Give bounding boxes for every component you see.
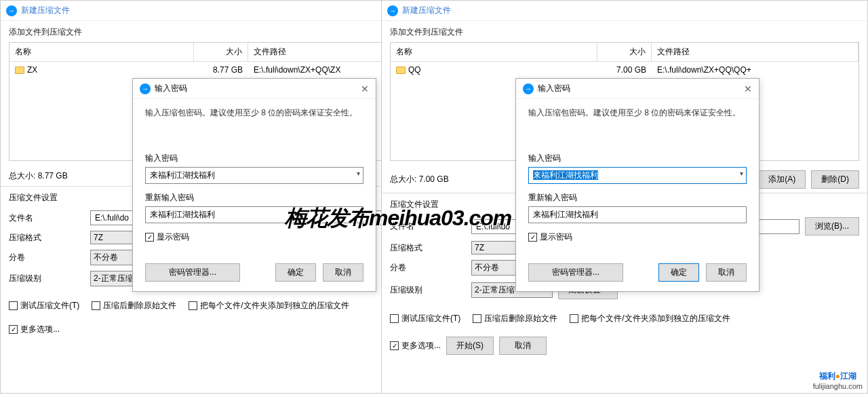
level-label: 压缩级别 <box>9 273 90 284</box>
password-confirm-label: 重新输入密码 <box>145 192 363 204</box>
password-manager-button[interactable]: 密码管理器... <box>145 263 240 282</box>
password-hint: 输入压缩包密码。建议使用至少 8 位的密码来保证安全性。 <box>145 107 363 119</box>
check-test[interactable]: 测试压缩文件(T) <box>390 313 460 324</box>
total-size: 总大小: 7.00 GB <box>390 174 449 185</box>
ok-button[interactable]: 确定 <box>275 263 316 282</box>
window-title: 新建压缩文件 <box>21 5 70 16</box>
check-delete-original[interactable]: 压缩后删除原始文件 <box>92 300 176 311</box>
password-label: 输入密码 <box>528 153 747 164</box>
app-icon <box>6 5 17 16</box>
total-size: 总大小: 8.77 GB <box>9 170 68 182</box>
password-label: 输入密码 <box>145 153 363 164</box>
level-label: 压缩级别 <box>390 284 471 296</box>
titlebar: 新建压缩文件 <box>1 1 393 21</box>
password-field[interactable]: 来福利江湖找福利▾ <box>145 167 363 184</box>
col-path[interactable]: 文件路径 <box>652 43 859 61</box>
col-path[interactable]: 文件路径 <box>248 43 384 61</box>
password-confirm-label: 重新输入密码 <box>528 192 747 204</box>
col-size[interactable]: 大小 <box>597 43 652 61</box>
titlebar: 新建压缩文件 <box>382 1 867 21</box>
col-name[interactable]: 名称 <box>9 43 194 61</box>
file-size: 7.00 GB <box>597 64 652 76</box>
ok-button[interactable]: 确定 <box>658 263 699 282</box>
filename-label: 文件名 <box>390 221 471 232</box>
app-icon <box>140 83 151 94</box>
volume-label: 分卷 <box>9 252 90 263</box>
check-more-options[interactable]: ✓更多选项... <box>390 340 441 352</box>
start-button[interactable]: 开始(S) <box>446 337 494 355</box>
chevron-down-icon[interactable]: ▾ <box>357 170 360 177</box>
app-icon <box>523 83 534 94</box>
cancel-button[interactable]: 取消 <box>323 263 363 282</box>
app-icon <box>387 5 398 16</box>
dialog-title: 输入密码 <box>538 83 570 94</box>
check-show-password[interactable]: ✓显示密码 <box>528 231 747 243</box>
file-size: 8.77 GB <box>194 64 248 76</box>
file-path: E:\.fuli\down\ZX+QQ\QQ+ <box>652 64 859 76</box>
dialog-title: 输入密码 <box>155 83 187 94</box>
check-delete-original[interactable]: 压缩后删除原始文件 <box>473 313 557 324</box>
password-field[interactable]: 来福利江湖找福利▾ <box>528 167 747 184</box>
folder-icon <box>396 67 406 74</box>
close-icon[interactable]: ✕ <box>361 83 369 94</box>
folder-icon <box>15 67 24 74</box>
close-icon[interactable]: ✕ <box>744 83 752 94</box>
file-path: E:\.fuli\down\ZX+QQ\ZX <box>248 64 384 76</box>
check-more-options[interactable]: ✓更多选项... <box>9 324 60 335</box>
password-dialog-left: 输入密码 ✕ 输入压缩包密码。建议使用至少 8 位的密码来保证安全性。 输入密码… <box>132 78 376 292</box>
format-label: 压缩格式 <box>9 232 90 244</box>
file-name: ZX <box>27 65 37 75</box>
col-name[interactable]: 名称 <box>391 43 597 61</box>
password-dialog-right: 输入密码 ✕ 输入压缩包密码。建议使用至少 8 位的密码来保证安全性。 输入密码… <box>515 78 760 292</box>
col-size[interactable]: 大小 <box>194 43 248 61</box>
password-confirm-field[interactable]: 来福利江湖找福利 <box>528 206 747 223</box>
table-row[interactable]: QQ 7.00 GB E:\.fuli\down\ZX+QQ\QQ+ <box>391 62 859 78</box>
cancel-button[interactable]: 取消 <box>499 337 547 355</box>
chevron-down-icon[interactable]: ▾ <box>740 170 743 177</box>
filename-label: 文件名 <box>9 212 90 224</box>
check-show-password[interactable]: ✓显示密码 <box>145 231 363 243</box>
password-confirm-field[interactable]: 来福利江湖找福利 <box>145 206 363 223</box>
file-name: QQ <box>408 65 421 75</box>
table-row[interactable]: ZX 8.77 GB E:\.fuli\down\ZX+QQ\ZX <box>9 62 384 78</box>
browse-button[interactable]: 浏览(B)... <box>805 217 859 235</box>
delete-button[interactable]: 删除(D) <box>811 170 859 189</box>
window-title: 新建压缩文件 <box>402 5 451 16</box>
section-title: 添加文件到压缩文件 <box>9 26 384 38</box>
password-hint: 输入压缩包密码。建议使用至少 8 位的密码来保证安全性。 <box>528 107 747 119</box>
password-manager-button[interactable]: 密码管理器... <box>528 263 623 282</box>
check-test[interactable]: 测试压缩文件(T) <box>9 300 79 311</box>
section-title: 添加文件到压缩文件 <box>390 26 859 38</box>
add-button[interactable]: 添加(A) <box>758 170 806 189</box>
volume-label: 分卷 <box>390 262 471 273</box>
check-separate[interactable]: 把每个文件/文件夹添加到独立的压缩文件 <box>570 313 730 324</box>
corner-logo: 福利●江湖 fulijianghu.com <box>813 366 863 390</box>
format-label: 压缩格式 <box>390 242 471 254</box>
check-separate[interactable]: 把每个文件/文件夹添加到独立的压缩文件 <box>189 300 349 311</box>
cancel-button[interactable]: 取消 <box>706 263 747 282</box>
